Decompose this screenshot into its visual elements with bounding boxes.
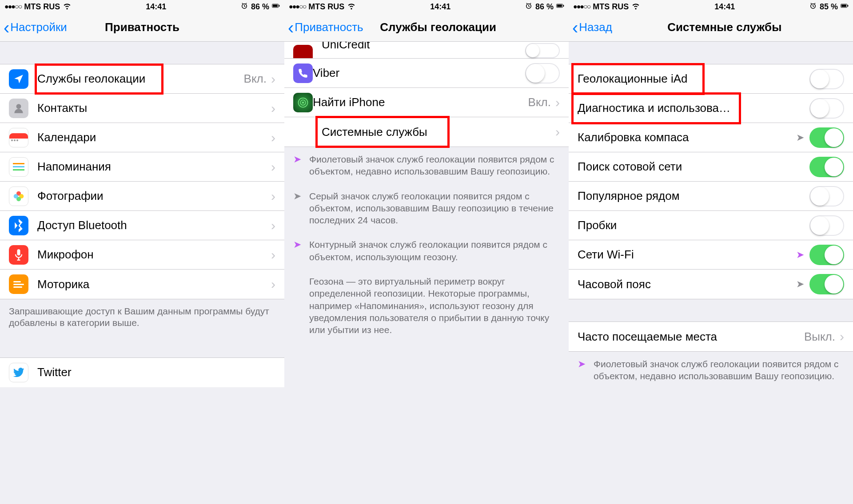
microphone-icon — [9, 245, 28, 265]
info-text: Серый значок служб геолокации появится р… — [309, 191, 554, 226]
row-popular-nearby[interactable]: Популярное рядом — [569, 182, 853, 211]
toggle-switch[interactable] — [525, 63, 560, 83]
svg-rect-9 — [17, 249, 20, 255]
row-unicredit-partial[interactable]: UniCredit — [284, 42, 569, 59]
back-chevron-icon[interactable]: ‹ — [288, 19, 294, 36]
row-compass-calibration[interactable]: Калибровка компаса ➤ — [569, 123, 853, 152]
row-microphone[interactable]: Микрофон › — [0, 240, 284, 270]
info-gray-arrow: ➤ Серый значок служб геолокации появится… — [284, 184, 569, 233]
info-text: Контурный значок служб геолокации появит… — [309, 239, 547, 262]
system-services-list: Геолокационные iAd Диагностика и использ… — [569, 64, 853, 299]
location-arrow-icon — [9, 69, 28, 89]
screen-location-services: ●●●○○ MTS RUS 14:41 86 % ‹ Приватность С… — [284, 0, 569, 504]
toggle-switch[interactable] — [809, 157, 844, 177]
status-bar: ●●●○○ MTS RUS 14:41 85 % — [569, 0, 853, 13]
alarm-icon — [809, 2, 817, 12]
row-label: Калибровка компаса — [578, 131, 796, 144]
row-find-iphone[interactable]: Найти iPhone Вкл. › — [284, 88, 569, 117]
row-value: Выкл. — [804, 330, 835, 344]
info-purple-arrow: ➤ Фиолетовый значок служб геолокации поя… — [569, 352, 853, 389]
row-value: Вкл. — [244, 72, 267, 86]
info-text: Геозона — это виртуальный периметр вокру… — [309, 276, 549, 335]
time-label: 14:41 — [714, 2, 735, 12]
battery-percent-label: 86 % — [251, 2, 269, 12]
back-button[interactable]: Назад — [579, 20, 612, 34]
wifi-icon — [63, 1, 72, 12]
back-chevron-icon[interactable]: ‹ — [4, 19, 9, 36]
calendar-icon — [9, 128, 28, 147]
chevron-right-icon: › — [271, 159, 275, 175]
row-label: UniCredit — [322, 41, 525, 58]
toggle-switch[interactable] — [809, 186, 844, 206]
location-apps-list: UniCredit Viber Найти iPhone Вкл. › Сист… — [284, 42, 569, 147]
back-chevron-icon[interactable]: ‹ — [572, 19, 578, 36]
svg-point-4 — [16, 104, 21, 109]
row-bluetooth-access[interactable]: Доступ Bluetooth › — [0, 211, 284, 240]
toggle-switch[interactable] — [809, 98, 844, 119]
back-button[interactable]: Приватность — [295, 20, 363, 34]
row-wifi-networks[interactable]: Сети Wi-Fi ➤ — [569, 240, 853, 270]
row-label: Геолокационные iAd — [578, 72, 809, 86]
row-location-services[interactable]: Службы геолокации Вкл. › — [0, 64, 284, 94]
row-motorics[interactable]: Моторика › — [0, 270, 284, 299]
chevron-right-icon: › — [555, 95, 560, 110]
chevron-right-icon: › — [271, 101, 275, 116]
row-label: Найти iPhone — [313, 95, 528, 109]
toggle-switch[interactable] — [809, 245, 844, 265]
row-label: Пробки — [578, 218, 809, 232]
row-calendars[interactable]: Календари › — [0, 123, 284, 152]
row-label: Контакты — [37, 101, 271, 115]
page-title: Службы геолокации — [380, 20, 496, 34]
row-timezone[interactable]: Часовой пояс ➤ — [569, 270, 853, 299]
chevron-right-icon: › — [271, 189, 275, 204]
svg-rect-13 — [563, 5, 564, 7]
alarm-icon — [240, 2, 248, 12]
screen-privacy: ●●●○○ MTS RUS 14:41 86 % ‹ Настройки При… — [0, 0, 284, 504]
privacy-list-2: Twitter — [0, 357, 284, 387]
location-arrow-outline-icon: ➤ — [293, 238, 301, 251]
row-frequent-locations[interactable]: Часто посещаемые места Выкл. › — [569, 322, 853, 351]
row-traffic[interactable]: Пробки — [569, 211, 853, 240]
row-system-services[interactable]: Системные службы › — [284, 117, 569, 147]
svg-rect-2 — [273, 4, 278, 7]
toggle-switch[interactable] — [809, 127, 844, 148]
toggle-switch[interactable] — [525, 43, 560, 58]
row-photos[interactable]: Фотографии › — [0, 182, 284, 211]
info-geofence: Геозона — это виртуальный периметр вокру… — [284, 269, 569, 342]
svg-rect-3 — [279, 5, 279, 7]
time-label: 14:41 — [146, 2, 166, 12]
nav-bar: ‹ Настройки Приватность — [0, 13, 284, 42]
toggle-switch[interactable] — [809, 274, 844, 294]
nav-bar: ‹ Приватность Службы геолокации — [284, 13, 569, 42]
photos-icon — [9, 187, 28, 206]
wifi-icon — [631, 1, 640, 12]
location-arrow-purple-icon: ➤ — [578, 358, 586, 371]
row-label: Популярное рядом — [578, 189, 809, 203]
row-label: Часто посещаемые места — [578, 330, 804, 344]
time-label: 14:41 — [430, 2, 450, 12]
toggle-switch[interactable] — [809, 215, 844, 236]
row-diagnostics[interactable]: Диагностика и использова… — [569, 94, 853, 123]
location-indicator-gray-icon: ➤ — [796, 132, 804, 143]
battery-icon — [556, 2, 564, 12]
info-text: Фиолетовый значок служб геолокации появи… — [309, 154, 554, 176]
chevron-right-icon: › — [271, 71, 275, 87]
status-bar: ●●●○○ MTS RUS 14:41 86 % — [284, 0, 569, 13]
bluetooth-icon — [9, 216, 28, 235]
row-label: Часовой пояс — [578, 278, 796, 291]
row-cell-search[interactable]: Поиск сотовой сети — [569, 152, 853, 182]
row-twitter[interactable]: Twitter — [0, 358, 284, 387]
back-button[interactable]: Настройки — [10, 20, 67, 34]
carrier-label: MTS RUS — [24, 2, 60, 12]
info-purple-arrow: ➤ Фиолетовый значок служб геолокации поя… — [284, 147, 569, 184]
row-location-iad[interactable]: Геолокационные iAd — [569, 64, 853, 94]
toggle-switch[interactable] — [809, 69, 844, 89]
row-label: Доступ Bluetooth — [37, 218, 271, 232]
row-contacts[interactable]: Контакты › — [0, 94, 284, 123]
location-arrow-purple-icon: ➤ — [293, 153, 301, 166]
motorics-icon — [9, 274, 28, 294]
status-bar: ●●●○○ MTS RUS 14:41 86 % — [0, 0, 284, 13]
row-viber[interactable]: Viber — [284, 59, 569, 88]
privacy-footer-note: Запрашивающие доступ к Вашим данным прог… — [0, 299, 284, 335]
row-reminders[interactable]: Напоминания › — [0, 152, 284, 182]
